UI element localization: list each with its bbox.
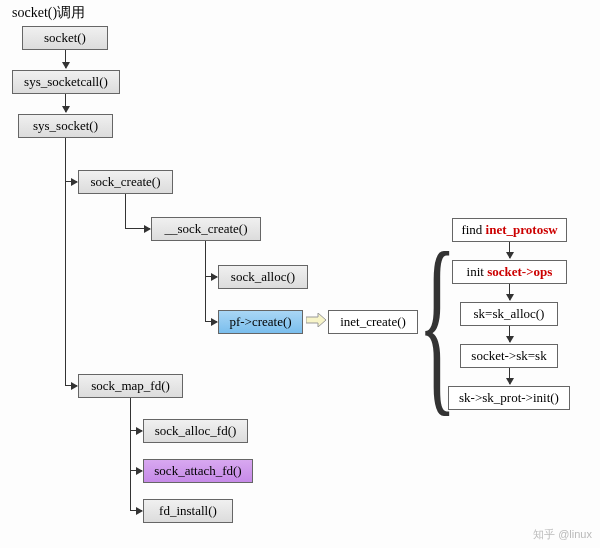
big-arrow-icon	[306, 313, 326, 327]
text-red: inet_protosw	[486, 222, 558, 237]
node-sock-alloc: sock_alloc()	[218, 265, 308, 289]
node-pf-create: pf->create()	[218, 310, 303, 334]
page-title: socket()调用	[12, 4, 85, 22]
arrow	[509, 326, 510, 342]
node-sys-socket: sys_socket()	[18, 114, 113, 138]
connector	[65, 181, 77, 182]
connector	[205, 276, 206, 321]
arrow	[65, 94, 66, 112]
connector	[130, 470, 142, 471]
text-prefix: find	[461, 222, 485, 237]
node-sk-sk-prot-init: sk->sk_prot->init()	[448, 386, 570, 410]
node-sock-create: sock_create()	[78, 170, 173, 194]
connector	[65, 181, 66, 385]
connector	[130, 510, 142, 511]
node-find-inet-protosw: find inet_protosw	[452, 218, 567, 242]
arrow	[509, 242, 510, 258]
node-sock-map-fd: sock_map_fd()	[78, 374, 183, 398]
connector	[205, 276, 217, 277]
text-prefix: init	[467, 264, 488, 279]
watermark: 知乎 @linux	[533, 527, 592, 542]
connector	[125, 228, 150, 229]
connector	[65, 138, 66, 181]
node-sock-attach-fd: sock_attach_fd()	[143, 459, 253, 483]
node-sock-create-internal: __sock_create()	[151, 217, 261, 241]
arrow	[65, 50, 66, 68]
connector	[125, 194, 126, 228]
connector	[205, 321, 217, 322]
node-fd-install: fd_install()	[143, 499, 233, 523]
connector	[130, 430, 142, 431]
node-sys-socketcall: sys_socketcall()	[12, 70, 120, 94]
connector	[205, 241, 206, 276]
node-sk-sk-alloc: sk=sk_alloc()	[460, 302, 558, 326]
connector	[130, 398, 131, 430]
node-sock-alloc-fd: sock_alloc_fd()	[143, 419, 248, 443]
node-init-socket-ops: init socket->ops	[452, 260, 567, 284]
node-inet-create: inet_create()	[328, 310, 418, 334]
connector	[65, 385, 77, 386]
node-socket-sk-sk: socket->sk=sk	[460, 344, 558, 368]
connector	[130, 430, 131, 470]
arrow	[509, 368, 510, 384]
arrow	[509, 284, 510, 300]
text-red: socket->ops	[487, 264, 552, 279]
connector	[130, 470, 131, 510]
node-socket: socket()	[22, 26, 108, 50]
